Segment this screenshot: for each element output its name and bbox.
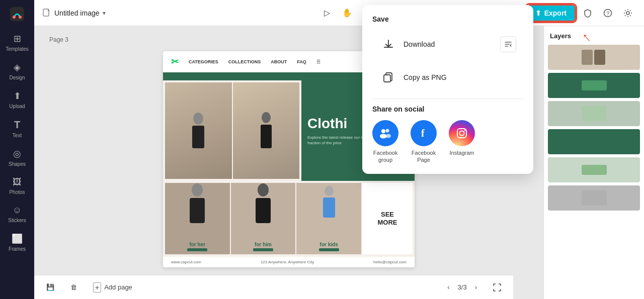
svg-rect-20: [594, 50, 605, 65]
copy-png-icon: [379, 68, 397, 86]
sidebar-item-shapes[interactable]: ◎ Shapes: [0, 143, 34, 172]
svg-rect-25: [582, 190, 607, 206]
instagram-option[interactable]: Instagram: [449, 120, 475, 156]
grid-label-her: for her: [189, 242, 205, 247]
sidebar-label-stickers: Stickers: [8, 218, 26, 223]
trash-button[interactable]: 🗑: [66, 280, 81, 294]
select-tool-button[interactable]: ▷: [319, 5, 335, 21]
fullscreen-button[interactable]: [489, 280, 505, 294]
nav-about: ABOUT: [271, 59, 287, 64]
svg-rect-24: [582, 165, 607, 175]
canvas-bottom-grid: for her for him for kids: [163, 181, 415, 256]
shield-icon-button[interactable]: [580, 5, 596, 21]
dropdown-divider: [372, 98, 523, 99]
instagram-label: Instagram: [450, 149, 474, 156]
svg-text:?: ?: [606, 10, 609, 16]
add-page-label: Add page: [104, 283, 132, 291]
prev-page-button[interactable]: ‹: [443, 280, 453, 294]
nav-faq: FAQ: [297, 59, 306, 64]
sidebar-item-upload[interactable]: ⬆ Upload: [0, 85, 34, 114]
download-option[interactable]: Download: [372, 29, 523, 59]
file-title-area[interactable]: Untitled image ▾: [42, 9, 106, 18]
nav-categories: CATEGORIES: [189, 59, 218, 64]
grid-label-kids: for kids: [320, 242, 338, 247]
sidebar-item-text[interactable]: T Text: [0, 114, 34, 143]
layer-thumb-2[interactable]: [548, 73, 640, 98]
page-label: Page 3: [49, 36, 68, 43]
layers-title: Layers: [548, 32, 640, 40]
file-title: Untitled image: [54, 9, 100, 17]
layer-thumb-4[interactable]: [548, 129, 640, 154]
copy-png-option[interactable]: Copy as PNG: [372, 62, 523, 92]
sidebar-item-design[interactable]: ◈ Design: [0, 57, 34, 85]
sidebar-item-frames[interactable]: ⬜ Frames: [0, 228, 34, 257]
sidebar-label-templates: Templates: [6, 46, 29, 52]
layer-thumb-6[interactable]: [548, 185, 640, 211]
svg-rect-21: [582, 80, 607, 90]
topbar: Untitled image ▾ ▷ ✋ ▾ 42% ▾ ↩ ↪ ⬆ Expor…: [34, 0, 644, 26]
svg-point-29: [380, 134, 387, 139]
facebook-group-icon: [372, 120, 398, 146]
settings-icon-button[interactable]: [620, 5, 636, 21]
sidebar-item-stickers[interactable]: ☺ Stickers: [0, 200, 34, 228]
svg-rect-10: [192, 126, 204, 148]
svg-point-11: [262, 112, 271, 123]
see-more-text: SEEMORE: [378, 211, 397, 226]
footer-address: 123 Anywhere, Anywhere City: [261, 260, 314, 264]
save-icon: 💾: [46, 283, 54, 291]
canvas-photos-area: [163, 80, 301, 181]
facebook-page-option[interactable]: f FacebookPage: [411, 120, 437, 164]
canvas-grid-him: for him: [231, 183, 296, 254]
stickers-icon: ☺: [13, 205, 22, 216]
canvas-photo-1: [165, 82, 232, 179]
save-button[interactable]: 💾: [42, 280, 58, 294]
sidebar-label-upload: Upload: [9, 104, 25, 109]
sidebar-label-shapes: Shapes: [9, 161, 26, 167]
copy-png-label: Copy as PNG: [404, 73, 516, 81]
layer-thumb-1[interactable]: [548, 45, 640, 70]
next-page-button[interactable]: ›: [471, 280, 481, 294]
main-area: Page 3 ✂ CATEGORIES COLLECTIONS ABOUT FA…: [34, 26, 644, 299]
svg-rect-23: [582, 134, 607, 149]
canvas-grid-her: for her: [165, 183, 230, 254]
design-icon: ◈: [14, 62, 21, 73]
file-title-chevron: ▾: [103, 10, 106, 17]
hand-tool-button[interactable]: ✋: [339, 5, 355, 21]
templates-icon: ⊞: [14, 33, 21, 44]
layer-thumb-5[interactable]: [548, 157, 640, 182]
svg-point-17: [325, 186, 334, 196]
sidebar-label-design: Design: [9, 75, 25, 80]
svg-point-9: [193, 113, 203, 125]
download-settings-button[interactable]: [500, 36, 516, 52]
svg-rect-16: [256, 198, 271, 223]
sidebar: ⊞ Templates ◈ Design ⬆ Upload T Text ◎ S…: [0, 0, 34, 299]
facebook-group-option[interactable]: Facebookgroup: [372, 120, 398, 164]
add-page-button[interactable]: + Add page: [89, 279, 136, 295]
help-icon-button[interactable]: ?: [600, 5, 616, 21]
export-icon: ⬆: [535, 9, 541, 17]
save-section-title: Save: [372, 15, 523, 23]
svg-point-30: [386, 134, 391, 138]
sidebar-item-photos[interactable]: 🖼 Photos: [0, 172, 34, 200]
footer-email: hello@capcut.com: [373, 260, 407, 264]
sidebar-item-templates[interactable]: ⊞ Templates: [0, 28, 34, 57]
export-label: Export: [544, 9, 567, 17]
instagram-icon: [449, 120, 475, 146]
layer-thumb-3[interactable]: [548, 101, 640, 126]
canvas-nav-items: CATEGORIES COLLECTIONS ABOUT FAQ ☰: [189, 59, 320, 64]
add-page-icon: +: [93, 282, 101, 292]
app-logo[interactable]: [7, 4, 27, 24]
export-dropdown: Save Download Copy as PNG Share on socia…: [362, 5, 533, 174]
svg-rect-12: [261, 125, 272, 148]
frames-icon: ⬜: [12, 233, 23, 244]
right-panel: Layers: [543, 26, 644, 299]
svg-rect-14: [190, 198, 205, 223]
export-button[interactable]: ⬆ Export: [526, 5, 576, 22]
svg-rect-18: [323, 197, 335, 218]
svg-point-34: [464, 130, 466, 131]
svg-rect-19: [582, 50, 593, 65]
svg-rect-22: [582, 106, 607, 121]
page-number: 3/3: [458, 283, 467, 291]
canvas-grid-kids: for kids: [296, 183, 361, 254]
facebook-page-icon: f: [411, 120, 437, 146]
